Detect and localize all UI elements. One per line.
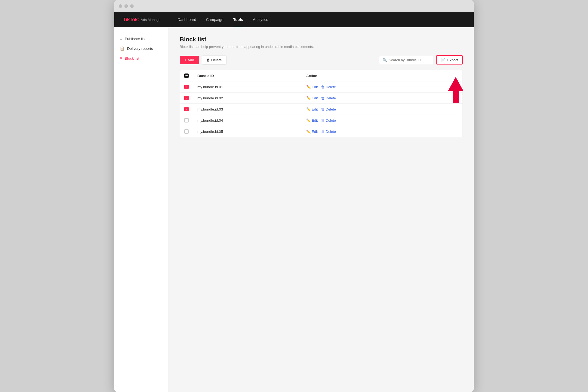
row-5-edit-button[interactable]: ✏️ Edit (306, 130, 318, 134)
row-3-checkbox-cell: ✓ (180, 104, 193, 115)
row-4-edit-button[interactable]: ✏️ Edit (306, 118, 318, 122)
table-row: ✓ my.bundle.id.01 ✏️ Edit 🗑 Delete (180, 81, 463, 93)
action-buttons: ✏️ Edit 🗑 Delete (306, 85, 458, 89)
add-button[interactable]: + Add (180, 56, 199, 64)
export-button[interactable]: 📄 Export (436, 55, 463, 65)
toolbar: + Add 🗑 Delete 🔍 📄 Export (180, 55, 463, 65)
row-4-delete-button[interactable]: 🗑 Delete (321, 118, 336, 122)
nav-tools[interactable]: Tools (228, 12, 248, 27)
search-icon: 🔍 (382, 58, 387, 62)
nav-analytics[interactable]: Analytics (248, 12, 273, 27)
table-row: ✓ my.bundle.id.03 ✏️ Edit 🗑 Delete (180, 104, 463, 115)
main-content: Block list Block list can help prevent y… (169, 27, 474, 392)
row-5-delete-button[interactable]: 🗑 Delete (321, 130, 336, 134)
table-body: ✓ my.bundle.id.01 ✏️ Edit 🗑 Delete (180, 81, 463, 137)
row-5-checkbox[interactable] (184, 129, 189, 134)
publisher-list-icon: ≡ (120, 36, 122, 41)
page-layout: ≡ Publisher list 📋 Delivery reports ≡ Bl… (114, 27, 474, 392)
sidebar-item-block-list[interactable]: ≡ Block list (114, 53, 169, 63)
row-2-delete-button[interactable]: 🗑 Delete (321, 96, 336, 100)
block-list-icon: ≡ (120, 56, 122, 60)
nav-items: Dashboard Campaign Tools Analytics (173, 12, 273, 27)
delete-button[interactable]: 🗑 Delete (202, 56, 226, 65)
page-title: Block list (180, 36, 463, 43)
row-1-checkbox[interactable]: ✓ (184, 85, 189, 89)
row-1-edit-button[interactable]: ✏️ Edit (306, 85, 318, 89)
row-2-bundle-id: my.bundle.id.02 (193, 93, 302, 104)
sidebar-item-publisher-list[interactable]: ≡ Publisher list (114, 34, 169, 44)
row-3-edit-button[interactable]: ✏️ Edit (306, 107, 318, 111)
row-1-bundle-id: my.bundle.id.01 (193, 81, 302, 93)
table-row: my.bundle.id.05 ✏️ Edit 🗑 Delete (180, 126, 463, 137)
browser-dot-1 (119, 4, 122, 8)
browser-dot-2 (124, 4, 128, 8)
table: Bundle ID Action ✓ my.bundle.id.01 (180, 70, 463, 137)
row-5-checkbox-cell (180, 126, 193, 137)
row-1-delete-button[interactable]: 🗑 Delete (321, 85, 336, 89)
export-wrapper: 📄 Export (436, 55, 463, 65)
sidebar-item-delivery-reports[interactable]: 📋 Delivery reports (114, 44, 169, 53)
row-1-actions: ✏️ Edit 🗑 Delete (302, 81, 463, 93)
row-4-actions: ✏️ Edit 🗑 Delete (302, 115, 463, 126)
row-3-actions: ✏️ Edit 🗑 Delete (302, 104, 463, 115)
row-3-bundle-id: my.bundle.id.03 (193, 104, 302, 115)
table-row: ✓ my.bundle.id.02 ✏️ Edit 🗑 Delete (180, 93, 463, 104)
row-1-checkbox-cell: ✓ (180, 81, 193, 93)
nav-dashboard[interactable]: Dashboard (173, 12, 201, 27)
nav-campaign[interactable]: Campaign (201, 12, 228, 27)
search-box: 🔍 (379, 56, 433, 64)
browser-titlebar (114, 0, 474, 12)
table-row: my.bundle.id.04 ✏️ Edit 🗑 Delete (180, 115, 463, 126)
select-all-checkbox[interactable] (184, 74, 189, 78)
action-buttons: ✏️ Edit 🗑 Delete (306, 130, 458, 134)
row-3-checkbox[interactable]: ✓ (184, 107, 189, 111)
action-buttons: ✏️ Edit 🗑 Delete (306, 118, 458, 122)
page-description: Block list can help prevent your ads fro… (180, 45, 463, 49)
row-2-checkbox[interactable]: ✓ (184, 96, 189, 100)
table-header: Bundle ID Action (180, 70, 463, 81)
sidebar: ≡ Publisher list 📋 Delivery reports ≡ Bl… (114, 27, 169, 392)
browser-dot-3 (130, 4, 134, 8)
row-5-actions: ✏️ Edit 🗑 Delete (302, 126, 463, 137)
action-buttons: ✏️ Edit 🗑 Delete (306, 107, 458, 111)
browser-window: TikTok: Ads Manager Dashboard Campaign T… (114, 0, 474, 392)
bundle-table: Bundle ID Action ✓ my.bundle.id.01 (180, 70, 463, 137)
search-input[interactable] (389, 58, 430, 62)
row-5-bundle-id: my.bundle.id.05 (193, 126, 302, 137)
delivery-reports-icon: 📋 (120, 46, 124, 51)
row-4-bundle-id: my.bundle.id.04 (193, 115, 302, 126)
row-2-actions: ✏️ Edit 🗑 Delete (302, 93, 463, 104)
row-2-edit-button[interactable]: ✏️ Edit (306, 96, 318, 100)
col-header-action: Action (302, 70, 463, 81)
action-buttons: ✏️ Edit 🗑 Delete (306, 96, 458, 100)
col-header-bundle-id: Bundle ID (193, 70, 302, 81)
row-2-checkbox-cell: ✓ (180, 93, 193, 104)
col-header-checkbox (180, 70, 193, 81)
row-4-checkbox-cell (180, 115, 193, 126)
top-nav: TikTok: Ads Manager Dashboard Campaign T… (114, 12, 474, 27)
row-4-checkbox[interactable] (184, 118, 189, 122)
brand-logo: TikTok: Ads Manager (123, 17, 162, 23)
row-3-delete-button[interactable]: 🗑 Delete (321, 107, 336, 111)
export-icon: 📄 (441, 58, 446, 62)
